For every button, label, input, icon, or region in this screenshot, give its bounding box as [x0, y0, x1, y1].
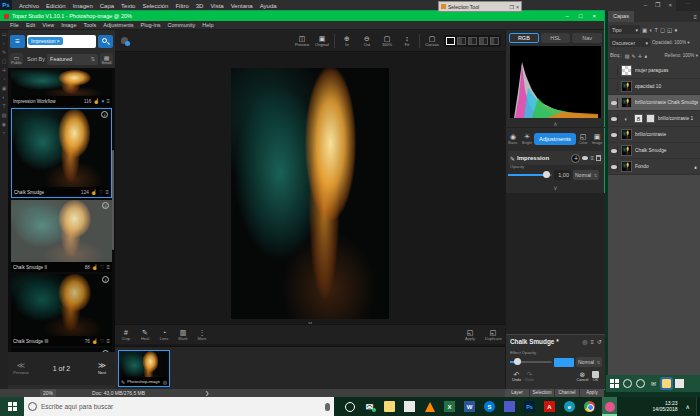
ps-menu-3d[interactable]: 3D: [196, 3, 204, 9]
lock-position-icon[interactable]: ✛: [638, 53, 642, 59]
adjustments-button[interactable]: Adjustments: [534, 133, 576, 145]
ps-menu-imagen[interactable]: Imagen: [73, 3, 93, 9]
topaz-menu-image[interactable]: Image: [61, 22, 76, 28]
histogram-tab-hsl[interactable]: HSL: [541, 33, 571, 43]
view-mode-single-button[interactable]: [446, 37, 455, 45]
search-input[interactable]: Impression ×: [27, 35, 96, 48]
excel-icon[interactable]: X: [442, 397, 457, 416]
minimize-icon[interactable]: –: [644, 0, 647, 11]
skype-icon[interactable]: S: [482, 397, 497, 416]
layer-opacity-field[interactable]: Opacidad: 100% ▾: [652, 40, 690, 45]
view-mode-split-h-button[interactable]: [457, 37, 466, 45]
topaz-menu-tools[interactable]: Tools: [83, 22, 96, 28]
ps-menu-ayuda[interactable]: Ayuda: [260, 3, 277, 9]
effect-blend-dropdown[interactable]: Normal⇅: [576, 357, 602, 367]
duplicate-button[interactable]: ◱Duplicate: [485, 329, 501, 341]
next-page-button[interactable]: ≫Next: [89, 362, 115, 375]
taskbar-search-input[interactable]: Escribe aquí para buscar: [24, 397, 334, 416]
previous-page-button[interactable]: ≪Previous: [8, 362, 34, 375]
zoom-out-button[interactable]: ⊖Out: [359, 35, 375, 47]
view-mode-split-v-button[interactable]: [468, 37, 477, 45]
visibility-eye-icon[interactable]: [582, 156, 588, 160]
tag-clear-icon[interactable]: ×: [57, 38, 60, 44]
layer-filter-dropdown[interactable]: Tipo▾: [610, 25, 640, 34]
public-presets-button[interactable]: ▭Public: [10, 53, 23, 65]
layer-fill-field[interactable]: Relleno: 100% ▾: [665, 53, 698, 58]
search-button[interactable]: [98, 35, 113, 48]
tray-mail-icon[interactable]: ✉: [649, 379, 658, 388]
maximize-icon[interactable]: □: [579, 11, 583, 21]
layer-visibility-toggle[interactable]: [610, 146, 618, 156]
type-layer-filter-icon[interactable]: T: [655, 27, 658, 33]
filter-pin-icon[interactable]: ●: [674, 27, 677, 33]
heart-icon[interactable]: ♡: [99, 189, 103, 195]
layer-row-chalk-smudge[interactable]: Chalk Smudge: [608, 143, 700, 159]
tray-document-icon[interactable]: [675, 379, 684, 388]
panel-collapse-handle[interactable]: ∧: [506, 120, 605, 128]
topaz-menu-view[interactable]: View: [42, 22, 54, 28]
preset-menu-icon[interactable]: ≡: [106, 338, 110, 344]
topaz-menu-plug-ins[interactable]: Plug-ins: [141, 22, 161, 28]
preset-list-scrollbar[interactable]: [112, 150, 114, 250]
settings-icon[interactable]: ◎: [163, 379, 167, 385]
close-icon[interactable]: ×: [516, 4, 519, 10]
tray-circle-icon-2[interactable]: [636, 379, 645, 388]
file-explorer-icon[interactable]: [382, 397, 397, 416]
zoom-in-button[interactable]: ⊕In: [339, 35, 355, 47]
taskbar-clock[interactable]: 13:23 14/05/2018: [653, 401, 678, 412]
thumbnail-size-button[interactable]: ▦Small: [100, 53, 113, 65]
bright-tool-button[interactable]: ☀Bright: [520, 133, 534, 145]
view-mode-side-by-side-button[interactable]: [479, 37, 488, 45]
lens-tool-button[interactable]: ◔Lens: [156, 329, 172, 341]
acrobat-icon[interactable]: A: [542, 397, 557, 416]
mask-tool-button[interactable]: ▥Mask: [175, 329, 191, 341]
search-tag[interactable]: Impression ×: [28, 37, 63, 45]
task-view-icon[interactable]: [342, 397, 357, 416]
edge-icon[interactable]: e: [562, 397, 577, 416]
heal-tool-button[interactable]: ✎Heal: [137, 329, 153, 341]
fit-button[interactable]: ↕Fit: [399, 35, 415, 47]
layer-visibility-toggle[interactable]: [610, 66, 618, 76]
info-icon[interactable]: i: [101, 111, 108, 118]
histogram-tab-rgb[interactable]: RGB: [509, 33, 539, 43]
layer-row-brillo-contraste[interactable]: brillo/contraste: [608, 127, 700, 143]
topaz-studio-icon[interactable]: [602, 397, 617, 416]
share-icon[interactable]: ◎: [582, 338, 587, 345]
adjustment-layer-filter-icon[interactable]: ◐: [649, 27, 652, 33]
reset-icon[interactable]: ↺: [597, 338, 602, 345]
menu-icon[interactable]: ≡: [590, 339, 594, 345]
preset-card-chalk-smudge-iii[interactable]: iChalk Smudge III76☝♡≡: [11, 274, 112, 346]
start-button[interactable]: [0, 397, 24, 416]
sort-dropdown[interactable]: Featured⇅: [47, 54, 98, 65]
original-button[interactable]: ▣Original: [314, 35, 330, 47]
blend-mode-dropdown[interactable]: Normal⇅: [573, 170, 599, 180]
layer-visibility-toggle[interactable]: [610, 162, 618, 172]
view-mode-quad-button[interactable]: [490, 37, 499, 45]
ps-menu-edici-n[interactable]: Edición: [46, 3, 66, 9]
layer-visibility-toggle[interactable]: [610, 82, 618, 92]
basic-tool-button[interactable]: ◉Basic: [506, 133, 520, 145]
topaz-menu-edit[interactable]: Edit: [26, 22, 35, 28]
photoshop-icon[interactable]: Ps: [522, 397, 537, 416]
layer-row-brillo-contraste-1[interactable]: ◐8brillo/contraste 1: [608, 111, 700, 127]
ps-menu-archivo[interactable]: Archivo: [19, 3, 39, 9]
selection-tool-window[interactable]: Selection Tool ❐ ×: [438, 1, 522, 12]
ps-menu-vista[interactable]: Vista: [210, 3, 223, 9]
crop-tool-button[interactable]: #Crop: [118, 329, 134, 341]
trash-icon[interactable]: [596, 155, 601, 161]
canvas-button[interactable]: ▢Canvas: [424, 35, 440, 47]
opacity-value[interactable]: 1,00: [554, 170, 571, 180]
lock-transparency-icon[interactable]: ▨: [625, 53, 630, 59]
layer-row-brillo-contraste-chalk-smudge-ii[interactable]: brillo/contraste Chalk Smudge II: [608, 95, 700, 111]
histogram-tab-nav[interactable]: Nav: [572, 33, 602, 43]
canvas-image[interactable]: [231, 68, 389, 319]
layer-visibility-toggle[interactable]: [610, 114, 618, 124]
topaz-menu-community[interactable]: Community: [167, 22, 195, 28]
chrome-icon[interactable]: [582, 397, 597, 416]
info-icon[interactable]: i: [102, 276, 109, 283]
document-icon[interactable]: [402, 397, 417, 416]
mail-icon[interactable]: ✉: [362, 397, 377, 416]
bottom-tab-apply[interactable]: Apply: [580, 389, 604, 397]
preset-card-impression-workflow[interactable]: Impression Workflow116☝♥≡: [11, 70, 112, 106]
vlc-icon[interactable]: [422, 397, 437, 416]
